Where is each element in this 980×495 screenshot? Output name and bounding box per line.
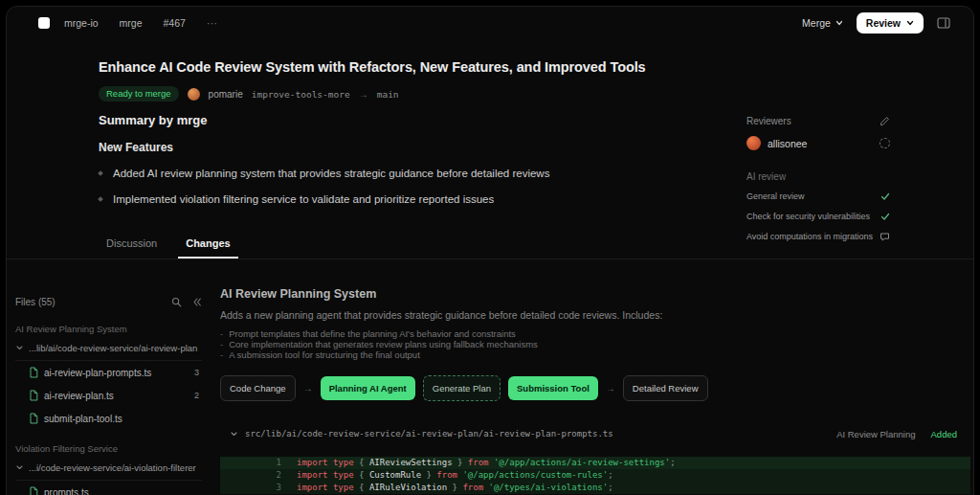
ai-check-label: Check for security vulnerabilities [746, 212, 870, 221]
flow-diagram: Code Change → Planning AI Agent Generate… [220, 375, 970, 401]
bullet-marker-icon [98, 170, 103, 176]
file-name: submit-plan-tool.ts [44, 414, 122, 424]
collapse-panel-icon[interactable] [191, 297, 202, 307]
diff-status-badge: Added [931, 429, 957, 439]
edit-reviewers-icon[interactable] [880, 116, 890, 126]
branch-arrow-icon: → [359, 89, 368, 100]
target-branch: main [377, 89, 399, 100]
folder-path: ...lib/ai/code-review-service/ai-review-… [29, 343, 197, 353]
breadcrumb-repo[interactable]: mrge [120, 17, 143, 29]
diff-file-path: src/lib/ai/code-review-service/ai-review… [245, 429, 613, 439]
ai-check-item[interactable]: Check for security vulnerabilities [746, 211, 890, 222]
top-bar: mrge-io mrge #467 ⋯ Merge Review [7, 11, 973, 34]
file-row[interactable]: ai-review-plan.ts 2 [29, 384, 202, 407]
file-row[interactable]: submit-plan-tool.ts [29, 407, 202, 430]
source-branch: improve-tools-more [252, 89, 350, 100]
chevron-down-icon [15, 344, 24, 352]
folder-path: ...i/code-review-service/ai-violation-fi… [29, 462, 196, 473]
diff-file-header[interactable]: src/lib/ai/code-review-service/ai-review… [220, 426, 970, 441]
top-bar-actions: Merge Review [802, 12, 950, 34]
breadcrumb-org[interactable]: mrge-io [64, 17, 99, 29]
chevron-down-icon [835, 19, 843, 27]
file-name: prompts.ts [44, 487, 89, 495]
reviewer-item[interactable]: allisonee [746, 136, 890, 150]
file-group-label: Violation Filtering Service [15, 443, 202, 454]
code-text: import type { CustomRule } from '@/app/a… [291, 469, 613, 482]
reviewers-label: Reviewers [746, 116, 791, 126]
file-name: ai-review-plan-prompts.ts [44, 368, 151, 378]
more-menu-icon[interactable]: ⋯ [207, 17, 218, 29]
code-text: import type { AIReviewSettings } from '@… [291, 457, 676, 469]
pending-spinner-icon [880, 138, 890, 148]
summary-bullet: Implemented violation filtering service … [99, 192, 702, 206]
flow-node-code-change: Code Change [220, 375, 296, 401]
flow-node-detailed-review: Detailed Review [623, 375, 708, 401]
flow-arrow-icon: → [606, 383, 615, 394]
author-avatar [188, 88, 200, 101]
summary-bullet: Added AI review planning system that pro… [99, 167, 702, 180]
folder-row[interactable]: ...i/code-review-service/ai-violation-fi… [15, 458, 202, 481]
file-icon [29, 413, 38, 424]
ai-check-item[interactable]: General review [746, 191, 890, 202]
review-button-label: Review [866, 17, 901, 29]
file-icon [29, 367, 38, 378]
flow-node-submission-tool: Submission Tool [508, 376, 598, 400]
sidebar-toggle-icon[interactable] [937, 17, 950, 29]
code-diff-block: 1 import type { AIReviewSettings } from … [220, 457, 970, 494]
tab-changes[interactable]: Changes [178, 236, 237, 259]
mrge-logo[interactable] [38, 17, 50, 29]
code-line: 1 import type { AIReviewSettings } from … [220, 457, 970, 469]
change-bullet: A submission tool for structuring the fi… [220, 349, 970, 360]
file-change-count: 3 [194, 368, 202, 377]
breadcrumb: mrge-io mrge #467 ⋯ [38, 17, 217, 29]
file-icon [29, 390, 38, 401]
changes-pane: AI Review Planning System Adds a new pla… [220, 260, 970, 495]
folder-row[interactable]: ...lib/ai/code-review-service/ai-review-… [15, 338, 202, 361]
flow-node-generate-plan: Generate Plan [423, 375, 501, 401]
search-icon[interactable] [171, 297, 182, 307]
tabs-bar: Discussion Changes [7, 236, 973, 259]
file-row[interactable]: ai-review-plan-prompts.ts 3 [29, 361, 202, 384]
change-section-description: Adds a new planning agent that provides … [220, 309, 970, 321]
file-icon [29, 486, 38, 495]
merge-button[interactable]: Merge [802, 17, 843, 29]
summary-bullet-text: Implemented violation filtering service … [113, 192, 494, 206]
file-row[interactable]: prompts.ts [29, 481, 202, 495]
code-line: 2 import type { CustomRule } from '@/app… [220, 469, 970, 482]
chevron-down-icon [15, 463, 24, 472]
flow-node-planning-ai-agent: Planning AI Agent [321, 376, 415, 400]
flow-arrow-icon: → [303, 383, 313, 394]
files-panel: Files (55) AI Review Planning System ...… [7, 260, 211, 495]
breadcrumb-pr-number[interactable]: #467 [164, 17, 186, 29]
summary-heading: Summary by mrge [99, 113, 702, 127]
summary-section: Summary by mrge New Features Added AI re… [99, 113, 702, 206]
check-icon [880, 212, 890, 221]
ai-check-label: General review [746, 191, 805, 201]
change-section-bullets: Prompt templates that define the plannin… [220, 328, 970, 360]
review-sidebar: Reviewers allisonee AI review General re… [746, 116, 890, 242]
chevron-down-icon[interactable] [230, 430, 238, 439]
files-count-label: Files (55) [15, 297, 56, 307]
review-button[interactable]: Review [857, 12, 924, 34]
line-number[interactable]: 2 [220, 469, 291, 482]
check-icon [880, 191, 890, 201]
tab-discussion[interactable]: Discussion [99, 236, 165, 259]
code-text: import type { AIRuleViolation } from '@/… [291, 482, 613, 494]
reviewer-avatar [746, 136, 761, 150]
file-change-count: 2 [194, 391, 202, 400]
line-number[interactable]: 1 [220, 457, 291, 469]
file-group-label: AI Review Planning System [15, 324, 202, 334]
status-badge: Ready to merge [99, 86, 179, 101]
pr-title: Enhance AI Code Review System with Refac… [99, 59, 646, 75]
change-section-title: AI Review Planning System [220, 287, 970, 301]
change-bullet: Core implementation that generates revie… [220, 339, 970, 349]
summary-bullet-text: Added AI review planning system that pro… [113, 167, 549, 180]
file-name: ai-review-plan.ts [44, 391, 114, 401]
line-number[interactable]: 3 [220, 482, 291, 494]
author-name[interactable]: pomarie [209, 89, 243, 100]
diff-group-tag: AI Review Planning [836, 429, 915, 439]
chevron-down-icon [906, 19, 914, 27]
summary-subheading: New Features [99, 141, 702, 154]
merge-button-label: Merge [802, 17, 831, 29]
ai-review-label: AI review [746, 171, 890, 182]
